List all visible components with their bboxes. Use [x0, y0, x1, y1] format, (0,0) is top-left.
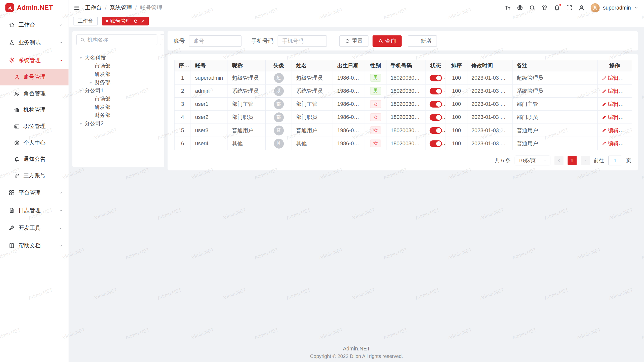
page-number-current[interactable]: 1: [568, 156, 577, 165]
row-more-button[interactable]: ···: [623, 101, 630, 107]
sidebar-item-system-management[interactable]: 系统管理: [0, 51, 69, 69]
system-management-submenu: 账号管理 角色管理 机构管理 职位管理 个人中心: [0, 69, 69, 184]
cell-modified: 2023-01-03 10:59:44: [467, 84, 512, 98]
bell-icon: [14, 156, 20, 162]
caret-down-icon[interactable]: ▾: [78, 56, 84, 60]
tree-node[interactable]: 市场部: [72, 62, 164, 70]
collapse-menu-icon[interactable]: [73, 4, 80, 11]
tree-node[interactable]: ▸财务部: [72, 78, 164, 87]
breadcrumb-item[interactable]: 系统管理: [110, 4, 132, 11]
logo-title: Admin.NET: [17, 4, 53, 11]
logo[interactable]: Admin.NET: [0, 0, 69, 15]
notification-bell-icon[interactable]: [554, 4, 560, 11]
goto-page-input[interactable]: [608, 156, 622, 165]
sidebar-item-account-management[interactable]: 账号管理: [0, 69, 69, 85]
status-toggle[interactable]: [430, 114, 442, 121]
caret-right-icon[interactable]: ▸: [88, 80, 94, 84]
org-tree: ▾大名科技 市场部 研发部 ▸财务部 ▾分公司1 市场部 研发部 财务部 ▸分公…: [72, 54, 164, 128]
username[interactable]: superadmin: [603, 5, 631, 11]
sidebar-item-notice-announcement[interactable]: 通知公告: [0, 151, 69, 167]
language-globe-icon[interactable]: [517, 4, 523, 11]
refresh-tab-icon[interactable]: [133, 19, 138, 23]
tab-workbench[interactable]: 工作台: [73, 17, 98, 25]
sidebar-item-dev-tools[interactable]: 开发工具: [0, 219, 69, 237]
status-toggle[interactable]: [430, 140, 442, 147]
add-button[interactable]: 新增: [408, 35, 437, 47]
edit-button[interactable]: 编辑: [602, 87, 619, 95]
row-more-button[interactable]: ···: [623, 75, 630, 81]
sidebar-item-label: 系统管理: [18, 56, 41, 64]
cell-avatar: 超: [266, 71, 292, 84]
status-toggle[interactable]: [430, 101, 442, 107]
next-page-button[interactable]: [581, 156, 590, 165]
row-more-button[interactable]: ···: [623, 127, 630, 133]
tree-node-label: 市场部: [94, 95, 110, 103]
chevron-down-icon[interactable]: [634, 6, 638, 10]
text-size-icon[interactable]: [504, 4, 511, 11]
sidebar-item-business-test[interactable]: 业务测试: [0, 34, 69, 51]
cell-ops: 编辑···: [597, 124, 632, 137]
tree-node[interactable]: ▾分公司1: [72, 86, 164, 95]
edit-button[interactable]: 编辑: [602, 113, 619, 121]
caret-down-icon[interactable]: ▾: [78, 89, 84, 93]
sidebar-item-label: 机构管理: [23, 106, 46, 114]
status-toggle[interactable]: [430, 88, 442, 94]
profile-icon[interactable]: [578, 4, 585, 11]
status-toggle[interactable]: [430, 75, 442, 81]
org-search-input[interactable]: [88, 37, 154, 43]
sidebar-item-organization-management[interactable]: 机构管理: [0, 102, 69, 118]
tree-node[interactable]: ▾大名科技: [72, 54, 164, 62]
col-name: 姓名: [292, 60, 333, 71]
tree-node[interactable]: 市场部: [72, 95, 164, 103]
close-tab-icon[interactable]: [140, 19, 145, 23]
sidebar-item-log-management[interactable]: 日志管理: [0, 202, 69, 219]
search-button[interactable]: 查询: [373, 35, 402, 47]
theme-skin-icon[interactable]: [541, 4, 548, 11]
edit-button[interactable]: 编辑: [602, 100, 619, 108]
cell-account: user2: [191, 111, 228, 124]
refresh-icon: [345, 38, 350, 43]
avatar[interactable]: [591, 3, 600, 12]
col-phone: 手机号码: [386, 60, 425, 71]
sidebar-item-platform-management[interactable]: 平台管理: [0, 184, 69, 201]
fullscreen-icon[interactable]: [566, 4, 573, 11]
cell-name: 超级管理员: [292, 71, 333, 84]
edit-button[interactable]: 编辑: [602, 74, 619, 81]
tree-node[interactable]: 财务部: [72, 111, 164, 119]
page-size-select[interactable]: 10条/页: [515, 156, 550, 165]
link-icon: [14, 173, 20, 178]
cell-birthdate: 1986-06-28: [333, 124, 365, 137]
tree-node[interactable]: 研发部: [72, 103, 164, 111]
search-icon[interactable]: [529, 4, 536, 11]
cell-phone: 18020030720: [386, 84, 425, 98]
caret-right-icon[interactable]: ▸: [78, 121, 84, 125]
row-more-button[interactable]: ···: [623, 88, 630, 94]
breadcrumb-item[interactable]: 工作台: [85, 4, 102, 11]
tree-node[interactable]: 研发部: [72, 70, 164, 78]
col-account: 账号: [191, 60, 228, 71]
phone-input[interactable]: [278, 35, 327, 47]
page-unit-label: 页: [626, 157, 631, 164]
status-toggle[interactable]: [430, 127, 442, 134]
row-more-button[interactable]: ···: [623, 140, 630, 146]
tree-more-button[interactable]: ···: [160, 34, 164, 45]
sidebar-item-personal-center[interactable]: 个人中心: [0, 135, 69, 151]
edit-button[interactable]: 编辑: [602, 140, 619, 147]
sidebar-item-thirdparty-account[interactable]: 三方账号: [0, 167, 69, 184]
cell-remark: 部门主管: [512, 98, 597, 111]
reset-button[interactable]: 重置: [339, 35, 369, 47]
tree-node[interactable]: ▸分公司2: [72, 119, 164, 128]
edit-button[interactable]: 编辑: [602, 127, 619, 134]
sidebar-item-workbench[interactable]: 工作台: [0, 16, 69, 34]
sidebar-item-help-docs[interactable]: 帮助文档: [0, 237, 69, 254]
sidebar-item-role-management[interactable]: 角色管理: [0, 85, 69, 102]
chevron-down-icon: [59, 208, 63, 212]
cell-phone: 18020030720: [386, 124, 425, 137]
prev-page-button[interactable]: [554, 156, 563, 165]
tab-account-management[interactable]: 账号管理: [102, 17, 148, 25]
person-circle-icon: [14, 140, 20, 146]
sidebar-item-position-management[interactable]: 职位管理: [0, 118, 69, 134]
breadcrumb-separator: /: [105, 5, 106, 11]
account-input[interactable]: [189, 35, 242, 47]
row-more-button[interactable]: ···: [623, 114, 630, 120]
